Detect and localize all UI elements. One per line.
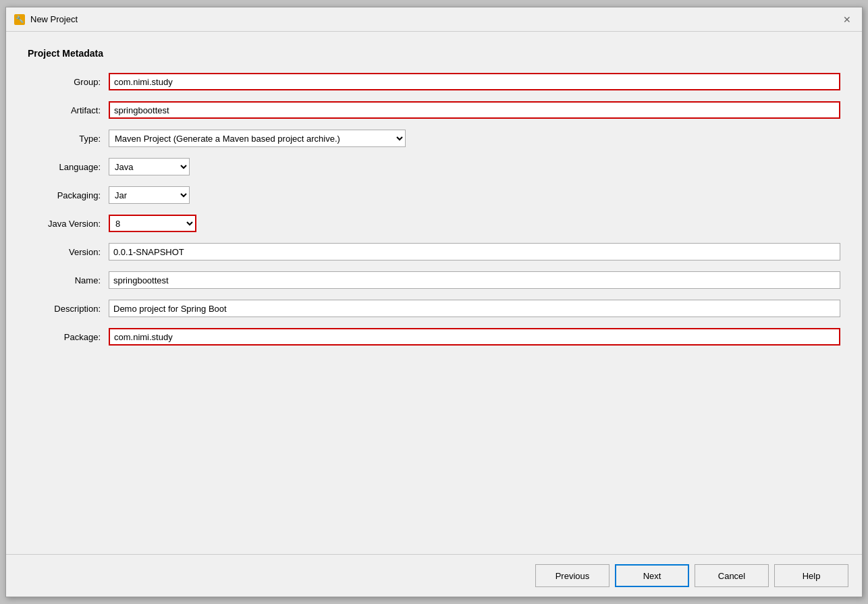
language-select[interactable]: Java Kotlin Groovy: [109, 158, 190, 175]
group-input[interactable]: [109, 73, 840, 90]
language-row: Language: Java Kotlin Groovy: [28, 157, 840, 176]
description-row: Description:: [28, 299, 840, 318]
close-button[interactable]: ✕: [840, 13, 854, 26]
artifact-row: Artifact:: [28, 101, 840, 119]
version-row: Version:: [28, 242, 840, 261]
type-select[interactable]: Maven Project (Generate a Maven based pr…: [109, 130, 406, 147]
version-label: Version:: [28, 247, 109, 257]
package-label: Package:: [28, 332, 109, 342]
title-bar: 🔧 New Project ✕: [6, 7, 862, 32]
cancel-button[interactable]: Cancel: [695, 564, 769, 587]
type-label: Type:: [28, 134, 109, 144]
type-row: Type: Maven Project (Generate a Maven ba…: [28, 129, 840, 148]
package-row: Package:: [28, 327, 840, 346]
packaging-select[interactable]: Jar War: [109, 186, 190, 204]
artifact-input[interactable]: [109, 101, 840, 119]
description-label: Description:: [28, 304, 109, 314]
packaging-label: Packaging:: [28, 190, 109, 200]
name-row: Name:: [28, 271, 840, 290]
next-button[interactable]: Next: [615, 564, 689, 587]
previous-button[interactable]: Previous: [535, 564, 609, 587]
title-bar-left: 🔧 New Project: [14, 14, 78, 25]
name-input[interactable]: [109, 271, 840, 289]
version-input[interactable]: [109, 243, 840, 260]
dialog-content: Project Metadata Group: Artifact: Type: …: [6, 32, 862, 554]
name-label: Name:: [28, 275, 109, 285]
java-version-row: Java Version: 8 11 17 21: [28, 214, 840, 233]
dialog-footer: Previous Next Cancel Help: [6, 554, 862, 597]
help-button[interactable]: Help: [774, 564, 848, 587]
artifact-label: Artifact:: [28, 105, 109, 115]
java-version-label: Java Version:: [28, 219, 109, 229]
package-input[interactable]: [109, 328, 840, 346]
language-label: Language:: [28, 162, 109, 172]
group-row: Group:: [28, 72, 840, 91]
group-label: Group:: [28, 77, 109, 87]
java-version-select[interactable]: 8 11 17 21: [109, 215, 196, 232]
app-icon: 🔧: [14, 14, 25, 25]
packaging-row: Packaging: Jar War: [28, 186, 840, 204]
description-input[interactable]: [109, 300, 840, 317]
section-title: Project Metadata: [28, 48, 840, 59]
new-project-dialog: 🔧 New Project ✕ Project Metadata Group: …: [5, 7, 863, 597]
dialog-title: New Project: [30, 14, 78, 24]
